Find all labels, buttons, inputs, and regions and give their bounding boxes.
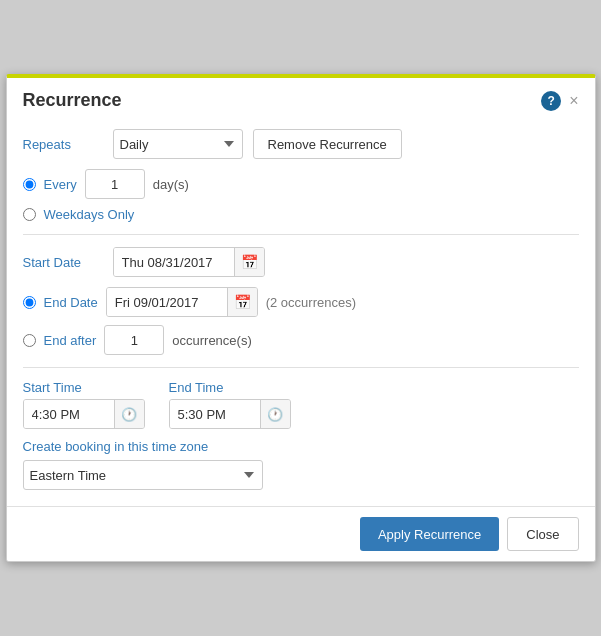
dialog-body: Repeats Daily Weekly Monthly Remove Recu… xyxy=(7,119,595,506)
end-date-input[interactable] xyxy=(107,288,227,316)
dialog-title: Recurrence xyxy=(23,90,122,111)
timezone-select[interactable]: Eastern Time Central Time Mountain Time … xyxy=(23,460,263,490)
end-after-radio[interactable] xyxy=(23,334,36,347)
end-time-group: End Time 🕐 xyxy=(169,380,291,429)
start-time-label: Start Time xyxy=(23,380,145,395)
end-time-label: End Time xyxy=(169,380,291,395)
divider-2 xyxy=(23,367,579,368)
header-icons: ? × xyxy=(541,91,578,111)
start-date-input-wrap: 📅 xyxy=(113,247,265,277)
apply-recurrence-button[interactable]: Apply Recurrence xyxy=(360,517,499,551)
dialog-header: Recurrence ? × xyxy=(7,78,595,119)
weekdays-label: Weekdays Only xyxy=(44,207,135,222)
dialog-footer: Apply Recurrence Close xyxy=(7,506,595,561)
help-icon[interactable]: ? xyxy=(541,91,561,111)
recurrence-dialog: Recurrence ? × Repeats Daily Weekly Mont… xyxy=(6,74,596,562)
weekdays-row: Weekdays Only xyxy=(23,207,579,222)
end-time-clock-icon[interactable]: 🕐 xyxy=(260,400,290,428)
divider-1 xyxy=(23,234,579,235)
every-radio[interactable] xyxy=(23,178,36,191)
start-time-input-wrap: 🕐 xyxy=(23,399,145,429)
close-icon[interactable]: × xyxy=(569,93,578,109)
start-date-calendar-icon[interactable]: 📅 xyxy=(234,248,264,276)
repeats-row: Repeats Daily Weekly Monthly Remove Recu… xyxy=(23,129,579,159)
start-date-label: Start Date xyxy=(23,255,103,270)
end-time-input-wrap: 🕐 xyxy=(169,399,291,429)
end-after-label: End after xyxy=(44,333,97,348)
time-section: Start Time 🕐 End Time 🕐 Create bookin xyxy=(23,380,579,490)
every-label: Every xyxy=(44,177,77,192)
time-row: Start Time 🕐 End Time 🕐 xyxy=(23,380,579,429)
every-unit: day(s) xyxy=(153,177,189,192)
repeats-select[interactable]: Daily Weekly Monthly xyxy=(113,129,243,159)
start-time-group: Start Time 🕐 xyxy=(23,380,145,429)
close-button[interactable]: Close xyxy=(507,517,578,551)
end-date-input-wrap: 📅 xyxy=(106,287,258,317)
end-after-unit: occurrence(s) xyxy=(172,333,251,348)
end-after-input[interactable] xyxy=(104,325,164,355)
every-input[interactable] xyxy=(85,169,145,199)
end-after-row: End after occurrence(s) xyxy=(23,325,579,355)
end-date-calendar-icon[interactable]: 📅 xyxy=(227,288,257,316)
end-date-label: End Date xyxy=(44,295,98,310)
start-time-input[interactable] xyxy=(24,400,114,428)
timezone-label: Create booking in this time zone xyxy=(23,439,579,454)
remove-recurrence-button[interactable]: Remove Recurrence xyxy=(253,129,402,159)
start-date-row: Start Date 📅 xyxy=(23,247,579,277)
end-date-radio[interactable] xyxy=(23,296,36,309)
weekdays-radio[interactable] xyxy=(23,208,36,221)
end-date-row: End Date 📅 (2 occurrences) xyxy=(23,287,579,317)
every-row: Every day(s) xyxy=(23,169,579,199)
end-time-input[interactable] xyxy=(170,400,260,428)
start-time-clock-icon[interactable]: 🕐 xyxy=(114,400,144,428)
repeats-label: Repeats xyxy=(23,137,103,152)
occurrences-label: (2 occurrences) xyxy=(266,295,356,310)
start-date-input[interactable] xyxy=(114,248,234,276)
